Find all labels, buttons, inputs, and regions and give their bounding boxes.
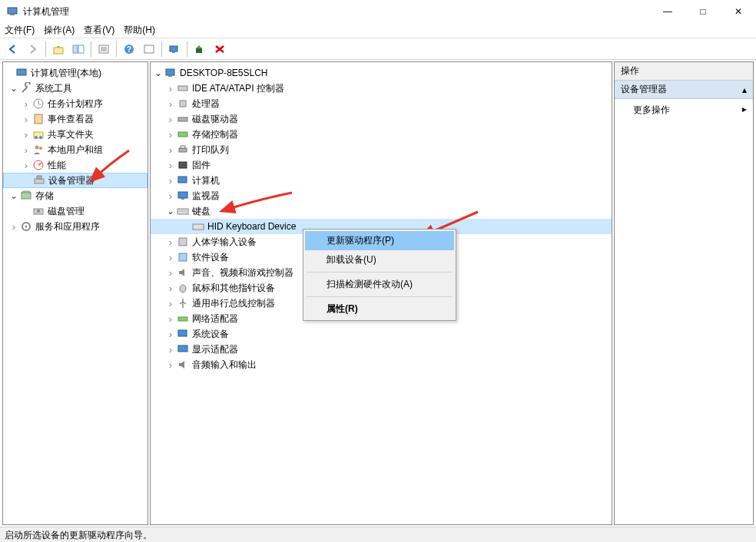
svg-rect-51 <box>178 330 187 336</box>
menu-action[interactable]: 操作(A) <box>44 24 75 37</box>
tree-performance[interactable]: 性能 <box>3 157 148 173</box>
printer-icon <box>177 144 189 156</box>
perf-icon <box>32 159 45 171</box>
svg-rect-50 <box>178 317 187 321</box>
window-title: 计算机管理 <box>23 5 650 18</box>
refresh-button[interactable] <box>140 41 158 58</box>
svg-rect-13 <box>172 51 175 53</box>
svg-point-20 <box>39 136 42 139</box>
app-icon <box>6 5 18 18</box>
svg-rect-12 <box>170 46 177 51</box>
svg-rect-39 <box>181 146 185 148</box>
tree-disk-mgmt[interactable]: 磁盘管理 <box>3 203 148 219</box>
dev-display[interactable]: 显示适配器 <box>151 342 612 357</box>
svg-rect-17 <box>35 114 42 124</box>
dev-computer-root[interactable]: DESKTOP-8E5SLCH <box>151 65 612 81</box>
dev-ide[interactable]: IDE ATA/ATAPI 控制器 <box>151 81 612 96</box>
dev-keyboard[interactable]: 键盘 <box>151 203 612 219</box>
dev-monitors[interactable]: 监视器 <box>151 188 612 203</box>
svg-rect-11 <box>144 45 154 53</box>
properties-button[interactable] <box>94 41 113 58</box>
forward-button[interactable] <box>24 41 42 58</box>
context-menu: 更新驱动程序(P) 卸载设备(U) 扫描检测硬件改动(A) 属性(R) <box>303 229 456 321</box>
dev-storage-ctrl[interactable]: 存储控制器 <box>151 127 612 142</box>
svg-rect-42 <box>178 192 187 198</box>
tree-event-viewer[interactable]: 事件查看器 <box>3 111 148 127</box>
ctx-properties[interactable]: 属性(R) <box>305 299 454 319</box>
svg-rect-43 <box>181 198 184 200</box>
up-button[interactable] <box>49 41 68 58</box>
audio-icon <box>177 266 189 279</box>
svg-rect-37 <box>178 132 187 137</box>
computer-mgmt-icon <box>15 67 28 79</box>
display-icon <box>177 343 189 355</box>
dev-computer-cat[interactable]: 计算机 <box>151 173 612 188</box>
dev-system[interactable]: 系统设备 <box>151 326 612 342</box>
titlebar: 计算机管理 — □ ✕ <box>0 0 756 23</box>
svg-point-49 <box>180 285 186 292</box>
toolbar: ? <box>0 38 756 60</box>
svg-rect-4 <box>78 45 84 53</box>
svg-point-29 <box>37 210 40 213</box>
svg-rect-3 <box>73 45 78 53</box>
tree-device-manager[interactable]: 设备管理器 <box>3 173 148 188</box>
close-button[interactable]: ✕ <box>721 0 756 23</box>
svg-rect-46 <box>193 224 204 230</box>
ctx-update-driver[interactable]: 更新驱动程序(P) <box>305 231 454 250</box>
update-driver-button[interactable] <box>191 41 209 58</box>
actions-panel: 操作 设备管理器 ▴ 更多操作 ▸ <box>614 61 754 525</box>
computer-icon <box>164 67 177 79</box>
svg-point-19 <box>35 136 38 139</box>
help-button[interactable]: ? <box>120 41 138 58</box>
scan-hardware-button[interactable] <box>165 41 184 58</box>
disk-icon <box>177 113 189 125</box>
svg-rect-38 <box>179 148 187 152</box>
statusbar: 启动所选设备的更新驱动程序向导。 <box>0 527 756 542</box>
tree-storage[interactable]: 存储 <box>3 188 148 203</box>
svg-rect-0 <box>8 8 17 14</box>
mouse-icon <box>177 282 189 294</box>
chevron-right-icon: ▸ <box>742 104 747 117</box>
tools-icon <box>20 82 32 94</box>
svg-rect-41 <box>178 177 187 183</box>
show-hide-tree-button[interactable] <box>69 41 88 58</box>
menu-file[interactable]: 文件(F) <box>5 24 35 37</box>
minimize-button[interactable]: — <box>650 0 685 23</box>
menu-view[interactable]: 查看(V) <box>84 24 114 37</box>
tree-root[interactable]: 计算机管理(本地) <box>3 65 148 81</box>
tree-local-users[interactable]: 本地用户和组 <box>3 142 148 157</box>
audio-io-icon <box>177 359 189 371</box>
maximize-button[interactable]: □ <box>685 0 721 23</box>
tree-task-scheduler[interactable]: 任务计划程序 <box>3 96 148 111</box>
ctx-uninstall[interactable]: 卸载设备(U) <box>305 250 454 269</box>
svg-rect-25 <box>37 176 41 179</box>
dev-firmware[interactable]: 固件 <box>151 157 612 173</box>
storage-ctrl-icon <box>177 128 189 140</box>
svg-rect-15 <box>17 69 26 75</box>
collapse-icon: ▴ <box>742 84 747 95</box>
svg-rect-27 <box>22 193 31 199</box>
uninstall-device-button[interactable] <box>211 41 229 58</box>
svg-rect-24 <box>35 179 44 183</box>
svg-rect-40 <box>179 162 187 168</box>
actions-section[interactable]: 设备管理器 ▴ <box>615 81 753 99</box>
ctx-scan-hardware[interactable]: 扫描检测硬件改动(A) <box>305 275 454 294</box>
ctx-separator <box>307 296 453 297</box>
users-icon <box>32 144 45 156</box>
pc-icon <box>177 174 189 187</box>
status-text: 启动所选设备的更新驱动程序向导。 <box>5 530 152 540</box>
dev-print-queue[interactable]: 打印队列 <box>151 142 612 157</box>
dev-audio-io[interactable]: 音频输入和输出 <box>151 357 612 372</box>
content-area: 计算机管理(本地) 系统工具 任务计划程序 事件查看器 共享文件夹 <box>0 60 756 527</box>
tree-system-tools[interactable]: 系统工具 <box>3 81 148 96</box>
dev-disk-drives[interactable]: 磁盘驱动器 <box>151 111 612 127</box>
tree-services-apps[interactable]: 服务和应用程序 <box>3 219 148 234</box>
dev-cpu[interactable]: 处理器 <box>151 96 612 111</box>
actions-more[interactable]: 更多操作 ▸ <box>615 99 753 120</box>
back-button[interactable] <box>4 41 22 58</box>
device-tree-panel: DESKTOP-8E5SLCH IDE ATA/ATAPI 控制器 处理器 磁盘… <box>150 61 612 525</box>
network-icon <box>177 312 189 325</box>
menu-help[interactable]: 帮助(H) <box>124 24 155 37</box>
keyboard-icon <box>177 205 189 217</box>
tree-shared-folders[interactable]: 共享文件夹 <box>3 127 148 142</box>
